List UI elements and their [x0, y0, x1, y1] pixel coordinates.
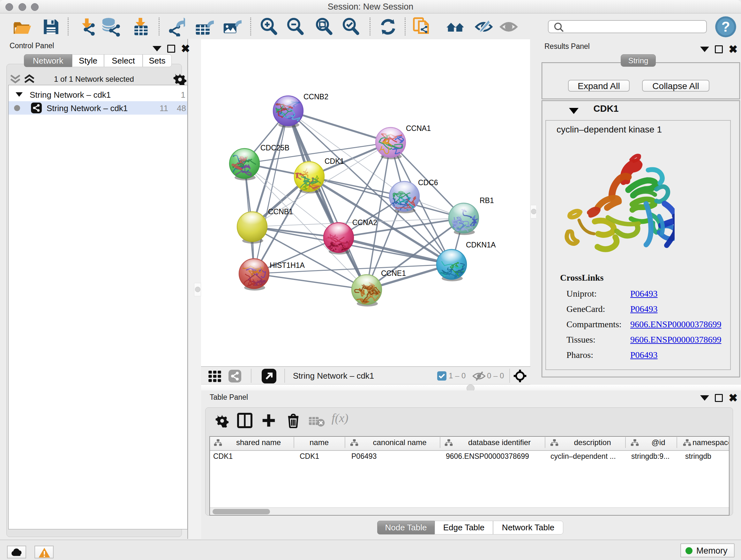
- svg-text:CCNB1: CCNB1: [268, 207, 293, 216]
- svg-text:CCNA2: CCNA2: [352, 219, 377, 227]
- svg-text:CCNE1: CCNE1: [381, 269, 406, 277]
- svg-text:CDC6: CDC6: [418, 179, 438, 187]
- svg-text:CDKN1A: CDKN1A: [466, 241, 496, 249]
- svg-text:CCNB2: CCNB2: [304, 92, 328, 101]
- svg-text:RB1: RB1: [480, 196, 494, 205]
- svg-text:?: ?: [722, 19, 730, 35]
- svg-text:CCNA1: CCNA1: [406, 124, 431, 132]
- svg-text:CDC25B: CDC25B: [260, 144, 289, 152]
- svg-text:HIST1H1A: HIST1H1A: [270, 261, 305, 269]
- svg-text:CDK1: CDK1: [325, 157, 344, 165]
